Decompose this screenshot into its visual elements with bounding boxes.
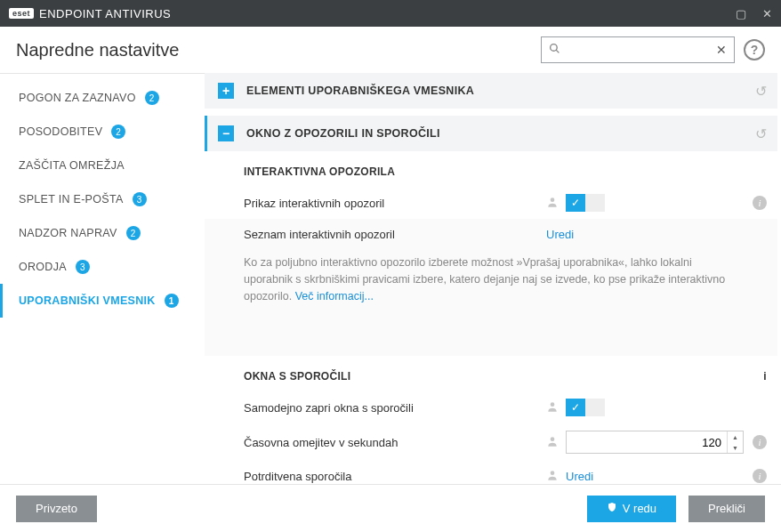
toggle-auto-close[interactable]: ✓ <box>566 399 605 416</box>
edit-link[interactable]: Uredi <box>546 228 574 241</box>
header: Napredne nastavitve ✕ ? <box>0 27 781 73</box>
svg-point-2 <box>551 197 555 202</box>
edit-link[interactable]: Uredi <box>566 470 593 483</box>
brand-text: ENDPOINT ANTIVIRUS <box>39 7 171 20</box>
sidebar-item-label: POSODOBITEV <box>19 125 102 138</box>
spinner-up-icon[interactable]: ▲ <box>728 431 743 442</box>
titlebar: eset ENDPOINT ANTIVIRUS ▢ ✕ <box>0 0 781 27</box>
cancel-button[interactable]: Prekliči <box>688 496 765 522</box>
brand-logo: eset <box>9 8 34 19</box>
sidebar-badge: 1 <box>165 294 179 308</box>
svg-point-3 <box>551 402 555 407</box>
user-icon <box>546 435 559 450</box>
timeout-input[interactable] <box>567 436 727 449</box>
revert-icon[interactable]: ↺ <box>755 125 767 142</box>
row-alert-list: Seznam interaktivnih opozoril Uredi <box>205 219 777 249</box>
sidebar-item-label: POGON ZA ZAZNAVO <box>19 92 136 104</box>
info-icon[interactable]: i <box>753 469 767 483</box>
info-icon[interactable]: i <box>763 370 767 383</box>
section-title: ELEMENTI UPORABNIŠKEGA VMESNIKA <box>246 85 474 97</box>
info-icon[interactable]: i <box>753 196 767 210</box>
search-icon <box>549 43 560 57</box>
row-confirmation-messages: Potrditvena sporočila Uredi i <box>205 461 777 484</box>
setting-label: Seznam interaktivnih opozoril <box>244 228 546 241</box>
section-alerts: − OKNO Z OPOZORILI IN SPOROČILI ↺ INTERA… <box>205 116 777 484</box>
sidebar-item-web-email[interactable]: SPLET IN E-POŠTA 3 <box>0 182 205 216</box>
sidebar-badge: 2 <box>111 125 125 139</box>
spinner-down-icon[interactable]: ▼ <box>728 442 743 453</box>
sidebar-item-detection[interactable]: POGON ZA ZAZNAVO 2 <box>0 81 205 115</box>
ok-button[interactable]: V redu <box>587 496 676 522</box>
user-icon <box>546 400 559 415</box>
section-ui-elements: + ELEMENTI UPORABNIŠKEGA VMESNIKA ↺ <box>205 73 777 109</box>
alert-description: Ko za poljubno interaktivno opozorilo iz… <box>205 249 777 320</box>
window-controls: ▢ ✕ <box>736 7 772 20</box>
sidebar-item-label: UPORABNIŠKI VMESNIK <box>19 294 156 307</box>
setting-label: Časovna omejitev v sekundah <box>244 436 546 449</box>
setting-label: Potrditvena sporočila <box>244 470 546 483</box>
info-icon[interactable]: i <box>753 435 767 449</box>
default-button[interactable]: Privzeto <box>16 496 97 522</box>
maximize-icon[interactable]: ▢ <box>736 7 746 20</box>
sidebar-item-ui[interactable]: UPORABNIŠKI VMESNIK 1 <box>0 284 205 318</box>
expand-icon: + <box>218 83 234 99</box>
sidebar-item-label: ZAŠČITA OMREŽJA <box>19 159 125 172</box>
section-header-alerts[interactable]: − OKNO Z OPOZORILI IN SPOROČILI ↺ <box>205 116 777 151</box>
sidebar-item-label: SPLET IN E-POŠTA <box>19 193 124 206</box>
search-input[interactable] <box>566 44 716 57</box>
row-auto-close: Samodejno zapri okna s sporočili ✓ <box>205 391 777 423</box>
sidebar-item-device[interactable]: NADZOR NAPRAV 2 <box>0 216 205 250</box>
close-icon[interactable]: ✕ <box>762 7 772 20</box>
toggle-show-alerts[interactable]: ✓ <box>566 194 605 212</box>
sidebar-item-tools[interactable]: ORODJA 3 <box>0 250 205 284</box>
collapse-icon: − <box>218 125 234 141</box>
setting-label: Prikaz interaktivnih opozoril <box>244 197 546 210</box>
sidebar-badge: 3 <box>133 192 147 206</box>
svg-point-0 <box>551 44 558 52</box>
subsection-message-windows: OKNA S SPOROČILI i <box>205 356 777 391</box>
sidebar-badge: 3 <box>76 260 90 274</box>
svg-point-5 <box>551 471 555 475</box>
user-icon <box>546 469 559 484</box>
more-info-link[interactable]: Več informacij... <box>295 290 374 302</box>
search-box[interactable]: ✕ <box>541 36 735 63</box>
subsection-interactive-alerts: INTERAKTIVNA OPOZORILA <box>205 151 777 187</box>
sidebar-item-update[interactable]: POSODOBITEV 2 <box>0 115 205 149</box>
setting-label: Samodejno zapri okna s sporočili <box>244 401 546 415</box>
search-clear-icon[interactable]: ✕ <box>716 43 727 57</box>
timeout-spinner[interactable]: ▲ ▼ <box>566 431 744 454</box>
shield-icon <box>607 502 617 515</box>
row-timeout: Časovna omejitev v sekundah ▲ ▼ <box>205 423 777 461</box>
sidebar-item-label: ORODJA <box>19 261 67 273</box>
help-icon[interactable]: ? <box>744 39 765 60</box>
section-header-ui-elements[interactable]: + ELEMENTI UPORABNIŠKEGA VMESNIKA ↺ <box>205 73 777 109</box>
section-title: OKNO Z OPOZORILI IN SPOROČILI <box>246 127 440 140</box>
footer: Privzeto V redu Prekliči <box>0 484 781 532</box>
sidebar-item-network[interactable]: ZAŠČITA OMREŽJA <box>0 149 205 182</box>
content-pane: + ELEMENTI UPORABNIŠKEGA VMESNIKA ↺ − OK… <box>205 73 781 484</box>
sidebar: POGON ZA ZAZNAVO 2 POSODOBITEV 2 ZAŠČITA… <box>0 73 205 484</box>
page-title: Napredne nastavitve <box>16 40 179 60</box>
revert-icon[interactable]: ↺ <box>755 83 767 100</box>
sidebar-badge: 2 <box>145 91 159 105</box>
sidebar-badge: 2 <box>126 226 141 240</box>
sidebar-item-label: NADZOR NAPRAV <box>19 227 117 239</box>
user-icon <box>546 196 559 211</box>
svg-point-4 <box>551 437 555 441</box>
row-show-interactive-alerts: Prikaz interaktivnih opozoril ✓ i <box>205 187 777 219</box>
svg-line-1 <box>556 50 559 52</box>
